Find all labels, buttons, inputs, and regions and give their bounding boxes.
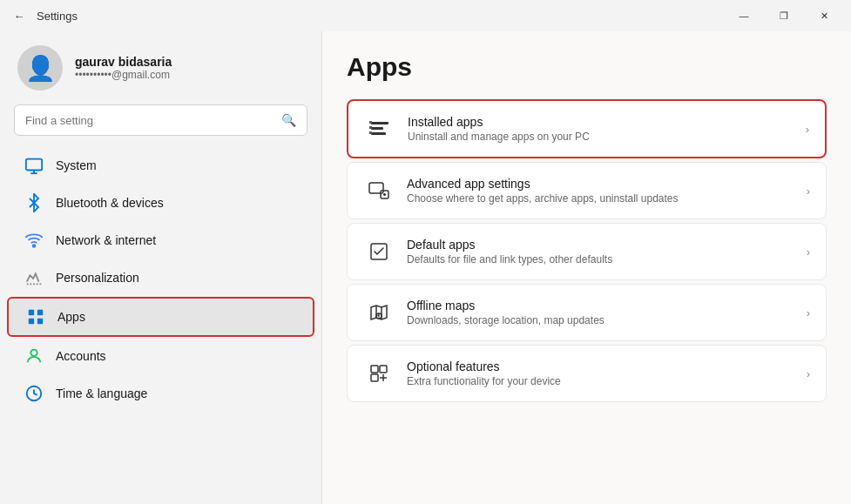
settings-item-text: Installed apps Uninstall and manage apps… <box>408 115 806 143</box>
time-icon <box>24 384 44 403</box>
svg-point-8 <box>30 350 37 356</box>
sidebar-item-bluetooth[interactable]: Bluetooth & devices <box>7 185 314 221</box>
search-icon: 🔍 <box>281 113 296 127</box>
settings-item-title: Advanced app settings <box>407 177 807 191</box>
bluetooth-icon <box>24 193 44 212</box>
sidebar-item-label: Accounts <box>56 349 106 363</box>
svg-rect-14 <box>369 126 372 129</box>
settings-list: Installed apps Uninstall and manage apps… <box>347 99 827 402</box>
settings-item-desc: Choose where to get apps, archive apps, … <box>407 192 807 205</box>
settings-item-title: Offline maps <box>407 299 807 312</box>
chevron-right-icon: › <box>807 367 810 380</box>
settings-item-desc: Uninstall and manage apps on your PC <box>408 131 806 143</box>
maximize-button[interactable]: ❐ <box>764 0 804 31</box>
svg-rect-25 <box>380 366 387 373</box>
svg-rect-26 <box>371 374 378 381</box>
avatar: 👤 <box>17 45 63 91</box>
settings-item-desc: Defaults for file and link types, other … <box>407 253 807 265</box>
sidebar-item-time[interactable]: Time & language <box>7 375 314 412</box>
profile-info: gaurav bidasaria ••••••••••@gmail.com <box>75 55 172 81</box>
search-input[interactable] <box>25 114 281 127</box>
profile-email: ••••••••••@gmail.com <box>75 69 172 81</box>
close-button[interactable]: ✕ <box>804 0 844 31</box>
search-box[interactable]: 🔍 <box>14 104 307 136</box>
settings-item-text: Advanced app settings Choose where to ge… <box>407 177 807 205</box>
app-title: Settings <box>37 10 724 23</box>
svg-rect-24 <box>371 366 378 373</box>
settings-item-title: Default apps <box>407 238 807 252</box>
sidebar-item-label: System <box>56 158 97 172</box>
settings-item-text: Default apps Defaults for file and link … <box>407 238 807 265</box>
settings-item-text: Offline maps Downloads, storage location… <box>407 299 807 326</box>
system-icon <box>24 156 44 175</box>
profile-name: gaurav bidasaria <box>75 55 172 69</box>
settings-item-optional-features[interactable]: Optional features Extra functionality fo… <box>347 345 827 402</box>
svg-rect-11 <box>371 127 383 130</box>
titlebar: ← Settings — ❐ ✕ <box>0 0 851 31</box>
apps-icon <box>26 307 45 326</box>
sidebar: 👤 gaurav bidasaria ••••••••••@gmail.com … <box>0 31 322 504</box>
sidebar-item-label: Time & language <box>56 386 147 400</box>
sidebar-item-label: Personalization <box>56 271 139 285</box>
sidebar-item-system[interactable]: System <box>7 147 314 184</box>
offline-maps-icon <box>363 297 395 328</box>
svg-rect-15 <box>369 131 372 134</box>
optional-features-icon <box>363 358 395 389</box>
default-apps-icon <box>363 236 395 267</box>
sidebar-item-label: Bluetooth & devices <box>56 196 164 210</box>
sidebar-item-network[interactable]: Network & internet <box>7 222 314 259</box>
user-icon: 👤 <box>25 54 56 83</box>
sidebar-item-accounts[interactable]: Accounts <box>7 338 314 374</box>
settings-item-advanced[interactable]: Advanced app settings Choose where to ge… <box>347 162 827 219</box>
chevron-right-icon: › <box>807 306 810 319</box>
personalization-icon <box>24 268 44 287</box>
accounts-icon <box>24 346 44 366</box>
svg-rect-13 <box>369 121 372 124</box>
settings-item-desc: Downloads, storage location, map updates <box>407 314 807 326</box>
network-icon <box>24 231 44 250</box>
content-area: Apps Installed apps Uninstall an <box>322 31 851 504</box>
svg-rect-0 <box>26 159 42 171</box>
svg-rect-12 <box>371 132 386 135</box>
svg-rect-6 <box>29 319 34 324</box>
chevron-right-icon: › <box>807 245 810 259</box>
search-container: 🔍 <box>0 104 321 146</box>
svg-rect-10 <box>371 122 388 124</box>
profile-section[interactable]: 👤 gaurav bidasaria ••••••••••@gmail.com <box>0 31 321 104</box>
svg-point-3 <box>33 245 36 247</box>
chevron-right-icon: › <box>806 123 809 136</box>
svg-rect-7 <box>37 319 43 324</box>
installed-apps-icon <box>364 113 395 144</box>
settings-item-default-apps[interactable]: Default apps Defaults for file and link … <box>347 223 827 280</box>
sidebar-item-apps[interactable]: Apps <box>7 297 314 337</box>
svg-rect-5 <box>37 310 43 315</box>
settings-item-installed-apps[interactable]: Installed apps Uninstall and manage apps… <box>347 99 827 158</box>
advanced-apps-icon <box>363 175 395 206</box>
settings-item-text: Optional features Extra functionality fo… <box>407 360 807 387</box>
window-controls: — ❐ ✕ <box>724 0 844 31</box>
settings-item-offline-maps[interactable]: Offline maps Downloads, storage location… <box>347 284 827 341</box>
page-title: Apps <box>347 52 827 82</box>
settings-item-title: Installed apps <box>408 115 806 129</box>
chevron-right-icon: › <box>807 185 810 198</box>
sidebar-item-label: Network & internet <box>56 233 156 247</box>
sidebar-item-label: Apps <box>57 310 85 324</box>
minimize-button[interactable]: — <box>724 0 764 31</box>
back-button[interactable]: ← <box>7 3 31 28</box>
settings-item-desc: Extra functionality for your device <box>407 375 807 387</box>
nav-list: System Bluetooth & devices <box>0 146 321 413</box>
svg-rect-4 <box>29 310 34 315</box>
settings-item-title: Optional features <box>407 360 807 373</box>
sidebar-item-personalization[interactable]: Personalization <box>7 259 314 296</box>
main-container: 👤 gaurav bidasaria ••••••••••@gmail.com … <box>0 31 851 504</box>
